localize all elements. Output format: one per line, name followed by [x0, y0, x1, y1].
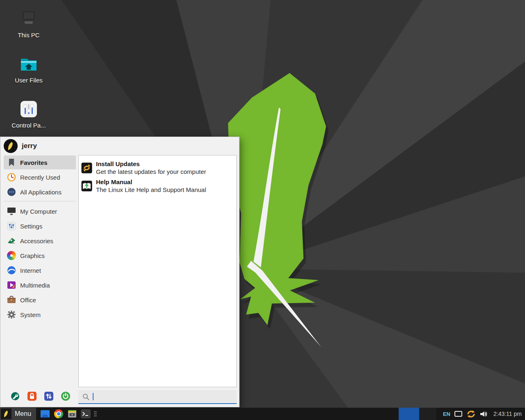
panel-handle[interactable]: [94, 411, 97, 416]
settings-sliders-icon: [7, 221, 16, 231]
user-avatar[interactable]: [4, 139, 18, 153]
sidebar-item-label: Accessories: [20, 237, 53, 244]
menu-header: jerry: [0, 137, 239, 155]
app-subtitle: The Linux Lite Help and Support Manual: [96, 186, 206, 194]
sidebar-item-label: Favorites: [20, 159, 48, 166]
linux-lite-feather-icon: [7, 142, 15, 151]
bookmark-icon: [7, 158, 16, 167]
sidebar-item-settings[interactable]: Settings: [4, 219, 76, 233]
desktop-icon-label: Control Pa...: [11, 122, 46, 129]
volume-icon[interactable]: [480, 411, 488, 418]
app-title: Install Updates: [96, 160, 206, 168]
all-apps-icon: [7, 187, 16, 196]
app-subtitle: Get the latest updates for your computer: [96, 168, 206, 176]
app-item-help-manual[interactable]: Help Manual The Linux Lite Help and Supp…: [81, 177, 234, 195]
switch-user-button[interactable]: [44, 391, 54, 401]
sidebar-item-all-applications[interactable]: All Applications: [4, 185, 76, 199]
sidebar-item-label: All Applications: [20, 189, 62, 196]
accessories-icon: [7, 236, 16, 245]
taskbar-tray: EN 2:43:11 pm: [399, 408, 525, 420]
graphics-icon: [7, 251, 16, 260]
updates-available-tray-icon[interactable]: [466, 409, 476, 419]
sidebar-item-label: Office: [20, 297, 36, 304]
sidebar-item-my-computer[interactable]: My Computer: [4, 204, 76, 218]
workspace-1-active[interactable]: [399, 408, 419, 420]
user-files-folder-icon: [19, 55, 38, 73]
control-panel-icon: [20, 100, 38, 118]
menu-search-field[interactable]: [78, 390, 237, 404]
sidebar-item-office[interactable]: Office: [4, 293, 76, 307]
terminal-icon[interactable]: [81, 409, 91, 419]
settings-manager-button[interactable]: [10, 391, 20, 401]
menu-action-row: [10, 391, 71, 401]
text-caret: [93, 393, 94, 400]
sidebar-item-recently-used[interactable]: Recently Used: [4, 170, 76, 184]
file-manager-icon[interactable]: [40, 409, 50, 419]
app-item-install-updates[interactable]: Install Updates Get the latest updates f…: [81, 159, 234, 177]
sidebar-separator: [4, 201, 76, 201]
keyboard-layout-indicator[interactable]: EN: [443, 411, 450, 417]
lock-screen-button[interactable]: [27, 391, 37, 401]
sidebar-item-label: System: [20, 311, 41, 318]
help-manual-icon: [81, 180, 92, 192]
sidebar-item-label: Recently Used: [20, 174, 60, 181]
sidebar-item-graphics[interactable]: Graphics: [4, 249, 76, 262]
briefcase-icon: [7, 295, 16, 304]
desktop-icon-this-pc[interactable]: This PC: [4, 10, 53, 39]
this-pc-icon: [19, 10, 39, 28]
chrome-browser-icon[interactable]: [54, 409, 64, 419]
desktop-icon-label: User Files: [15, 77, 43, 84]
sidebar-item-label: My Computer: [20, 208, 57, 215]
clock[interactable]: 2:43:11 pm: [493, 411, 522, 417]
whisker-menu: jerry Favorites Recently Used: [0, 137, 240, 407]
sidebar-item-system[interactable]: System: [4, 308, 76, 322]
install-updates-icon: [81, 162, 92, 173]
computer-icon: [7, 207, 16, 216]
menu-button[interactable]: Menu: [0, 408, 36, 420]
menu-button-label: Menu: [15, 410, 31, 418]
linux-lite-logo-icon: [1, 409, 11, 419]
sidebar-item-label: Multimedia: [20, 282, 50, 289]
gear-icon: [7, 310, 16, 319]
archive-manager-icon[interactable]: [67, 409, 77, 419]
desktop-icon-label: This PC: [18, 32, 39, 39]
clock-icon: [7, 173, 16, 182]
desktop-icon-user-files[interactable]: User Files: [4, 55, 53, 84]
quit-power-button[interactable]: [61, 391, 71, 401]
menu-sidebar: Favorites Recently Used All Applications: [4, 155, 76, 322]
search-icon: [82, 393, 89, 400]
sidebar-item-label: Graphics: [20, 252, 45, 259]
desktop-icon-control-panel[interactable]: Control Pa...: [4, 100, 53, 129]
taskbar: Menu: [0, 408, 525, 420]
app-title: Help Manual: [96, 178, 206, 186]
multimedia-icon: [7, 281, 16, 290]
taskbar-launchers: [40, 409, 91, 419]
internet-icon: [7, 266, 16, 275]
workspace-pager: [399, 408, 436, 420]
sidebar-item-multimedia[interactable]: Multimedia: [4, 278, 76, 292]
sidebar-item-favorites[interactable]: Favorites: [4, 155, 76, 169]
sidebar-item-internet[interactable]: Internet: [4, 263, 76, 277]
menu-apps-panel: Install Updates Get the latest updates f…: [78, 155, 237, 387]
username: jerry: [22, 142, 37, 150]
workspace-2[interactable]: [419, 408, 436, 420]
sidebar-item-label: Settings: [20, 223, 42, 230]
sidebar-item-label: Internet: [20, 267, 41, 274]
display-settings-icon[interactable]: [454, 411, 462, 417]
sidebar-item-accessories[interactable]: Accessories: [4, 234, 76, 248]
